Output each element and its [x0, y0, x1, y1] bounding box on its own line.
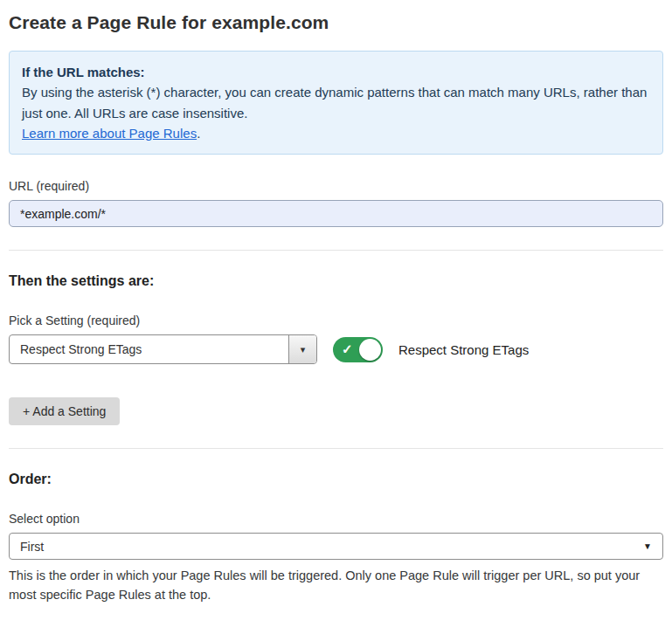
setting-toggle[interactable]: ✓ — [333, 337, 383, 362]
setting-select-value: Respect Strong ETags — [10, 335, 288, 363]
order-heading: Order: — [9, 472, 663, 487]
order-help-text: This is the order in which your Page Rul… — [9, 567, 663, 605]
url-label: URL (required) — [9, 179, 663, 193]
add-setting-button[interactable]: + Add a Setting — [9, 397, 120, 425]
divider — [9, 250, 663, 251]
order-select-label: Select option — [9, 512, 663, 526]
toggle-knob — [359, 339, 381, 361]
settings-heading: Then the settings are: — [9, 273, 663, 289]
order-select-value: First — [20, 540, 643, 554]
info-box-body: By using the asterisk (*) character, you… — [22, 82, 650, 123]
check-icon: ✓ — [342, 342, 353, 355]
learn-more-link[interactable]: Learn more about Page Rules — [22, 126, 197, 141]
pick-setting-label: Pick a Setting (required) — [9, 314, 663, 327]
url-match-info-box: If the URL matches: By using the asteris… — [9, 51, 663, 155]
toggle-label: Respect Strong ETags — [398, 342, 529, 357]
info-box-heading: If the URL matches: — [22, 62, 650, 82]
page-title: Create a Page Rule for example.com — [9, 12, 663, 33]
setting-row: Respect Strong ETags ▾ ✓ Respect Strong … — [9, 334, 663, 364]
link-suffix: . — [197, 126, 200, 141]
setting-select[interactable]: Respect Strong ETags ▾ — [9, 334, 317, 364]
divider — [9, 448, 663, 449]
info-box-link-line: Learn more about Page Rules. — [22, 123, 650, 143]
order-select[interactable]: First ▼ — [9, 533, 663, 560]
caret-down-icon: ▼ — [643, 541, 652, 551]
caret-down-icon: ▾ — [301, 344, 306, 355]
url-input[interactable] — [9, 200, 663, 227]
setting-select-button[interactable]: ▾ — [288, 335, 316, 363]
page-rule-form: Create a Page Rule for example.com If th… — [0, 0, 672, 627]
